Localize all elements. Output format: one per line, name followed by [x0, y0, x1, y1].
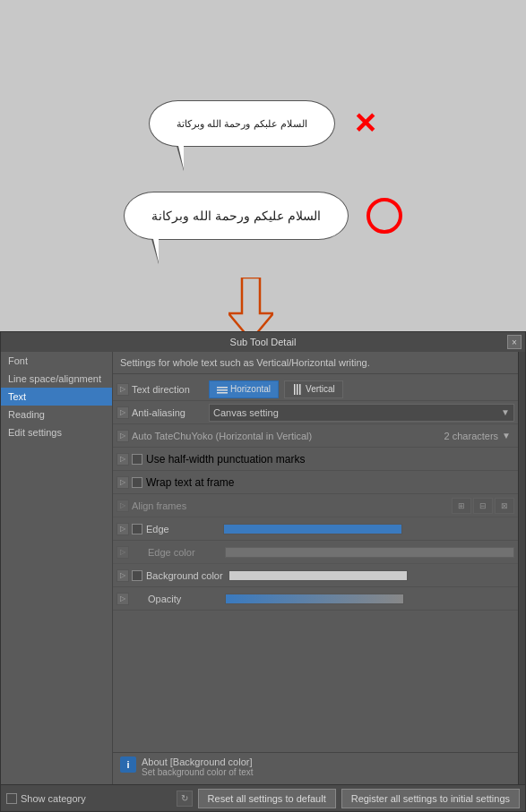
show-category-row: Show category	[6, 793, 86, 804]
content-header-text: Settings for whole text such as Vertical…	[120, 357, 370, 368]
row-align-frames: ▷ Align frames ⊞ ⊟ ⊠	[113, 494, 518, 517]
row-expand-wrap-text[interactable]: ▷	[116, 476, 129, 489]
panel-footer: Show category ↻ Reset all settings to de…	[1, 784, 525, 811]
svg-rect-2	[217, 389, 228, 391]
sidebar-item-text[interactable]: Text	[1, 388, 112, 406]
row-anti-aliasing: ▷ Anti-aliasing Canvas setting ▼	[113, 401, 518, 424]
half-width-label: Use half-width punctuation marks	[146, 453, 305, 466]
edge-color-swatch	[225, 547, 514, 558]
bg-checkbox-row	[132, 570, 142, 581]
settings-container: ▷ Text direction Horizontal	[113, 374, 518, 752]
info-section: i About [Background color] Set backgroun…	[113, 752, 518, 784]
bubble-row-1: السلام علبكم ورحمة الله وبركاتة ✕	[149, 100, 376, 147]
anti-aliasing-controls: Canvas setting ▼	[209, 404, 514, 422]
panel-close-button[interactable]: ×	[507, 335, 522, 349]
info-icon: i	[120, 756, 136, 773]
text-direction-label: Text direction	[132, 384, 203, 395]
opacity-label: Opacity	[148, 594, 220, 604]
panel-titlebar: Sub Tool Detail ×	[1, 332, 525, 352]
sidebar-item-edit-settings[interactable]: Edit settings	[1, 423, 112, 441]
wrap-text-checkbox[interactable]	[132, 477, 142, 488]
reset-button[interactable]: Reset all settings to default	[198, 789, 336, 808]
dropdown-arrow: ▼	[501, 407, 510, 417]
info-row: i About [Background color] Set backgroun…	[120, 756, 511, 777]
scrollbar[interactable]	[518, 352, 525, 784]
svg-rect-4	[294, 384, 296, 395]
wrap-text-checkbox-row: Wrap text at frame	[132, 476, 234, 489]
bubble-row-2: السلام عليكم ورحمة الله وبركانة	[124, 192, 402, 240]
row-background-color: ▷ Background color	[113, 564, 518, 587]
show-category-label: Show category	[21, 793, 86, 804]
auto-tate-dropdown-arrow: ▼	[502, 431, 511, 440]
direction-controls: Horizontal Vertical	[209, 380, 514, 398]
row-expand-half-width[interactable]: ▷	[116, 453, 129, 466]
align-btn-2[interactable]: ⊟	[473, 498, 493, 514]
edge-label: Edge	[146, 524, 218, 534]
row-opacity: ▷ Opacity	[113, 587, 518, 611]
row-half-width: ▷ Use half-width punctuation marks	[113, 448, 518, 471]
horizontal-button[interactable]: Horizontal	[209, 380, 279, 398]
sidebar-item-line-space[interactable]: Line space/alignment	[1, 370, 112, 388]
main-content: Settings for whole text such as Vertical…	[113, 352, 518, 784]
svg-rect-1	[217, 387, 228, 389]
row-expand-auto-tate[interactable]: ▷	[116, 430, 129, 442]
speech-bubble-2: السلام عليكم ورحمة الله وبركانة	[124, 192, 349, 240]
sub-tool-detail-panel: Sub Tool Detail × Font Line space/alignm…	[0, 331, 526, 812]
svg-rect-6	[299, 384, 301, 395]
edge-checkbox[interactable]	[132, 524, 142, 534]
info-title: About [Background color]	[142, 756, 254, 767]
half-width-checkbox-row: Use half-width punctuation marks	[132, 453, 305, 466]
panel-body: Font Line space/alignment Text Reading E…	[1, 352, 525, 784]
wrap-text-label: Wrap text at frame	[146, 476, 234, 489]
svg-rect-3	[217, 392, 228, 394]
bg-checkbox[interactable]	[132, 570, 142, 581]
refresh-icon[interactable]: ↻	[177, 791, 193, 807]
row-expand-anti-aliasing[interactable]: ▷	[116, 406, 129, 419]
align-btn-1[interactable]: ⊞	[452, 498, 471, 514]
edge-checkbox-row	[132, 524, 142, 534]
info-description: Set background color of text	[142, 767, 254, 777]
background-color-label: Background color	[146, 570, 223, 581]
row-expand-opacity[interactable]: ▷	[116, 593, 129, 605]
svg-rect-5	[297, 384, 298, 395]
row-expand-edge[interactable]: ▷	[116, 523, 129, 535]
speech-bubble-1: السلام علبكم ورحمة الله وبركاتة	[149, 100, 334, 147]
horizontal-icon	[217, 384, 228, 395]
bubble-1-text: السلام علبكم ورحمة الله وبركاتة	[177, 118, 306, 129]
row-expand-edge-color[interactable]: ▷	[116, 546, 129, 559]
row-edge-color: ▷ Edge color	[113, 541, 518, 564]
info-content: About [Background color] Set background …	[142, 756, 254, 777]
bg-color-bar	[229, 570, 408, 581]
align-frames-label: Align frames	[132, 500, 203, 511]
row-text-direction: ▷ Text direction Horizontal	[113, 378, 518, 401]
align-btn-3[interactable]: ⊠	[495, 498, 514, 514]
panel-title: Sub Tool Detail	[230, 337, 297, 347]
correct-icon	[366, 198, 402, 234]
row-expand-align-frames[interactable]: ▷	[116, 500, 129, 512]
sidebar-item-reading[interactable]: Reading	[1, 406, 112, 423]
vertical-icon	[292, 384, 303, 395]
sidebar: Font Line space/alignment Text Reading E…	[1, 352, 113, 784]
row-wrap-text: ▷ Wrap text at frame	[113, 471, 518, 494]
panel-content-wrapper: Settings for whole text such as Vertical…	[113, 352, 525, 784]
row-expand-text-direction[interactable]: ▷	[116, 383, 129, 396]
opacity-bar	[225, 594, 404, 604]
edge-color-label: Edge color	[148, 547, 220, 558]
align-buttons: ⊞ ⊟ ⊠	[452, 498, 514, 514]
vertical-button[interactable]: Vertical	[284, 380, 343, 398]
sidebar-item-font[interactable]: Font	[1, 352, 112, 370]
two-chars-value: 2 characters	[444, 431, 499, 441]
content-header: Settings for whole text such as Vertical…	[113, 352, 518, 374]
half-width-checkbox[interactable]	[132, 454, 142, 465]
bubble-2-text: السلام عليكم ورحمة الله وبركانة	[151, 209, 321, 223]
register-button[interactable]: Register all settings to initial setting…	[341, 789, 520, 808]
anti-aliasing-dropdown[interactable]: Canvas setting ▼	[209, 404, 514, 422]
anti-aliasing-label: Anti-aliasing	[132, 407, 203, 418]
auto-tate-label: Auto TateChuYoko (Horizontal in Vertical…	[132, 431, 312, 441]
row-expand-background-color[interactable]: ▷	[116, 569, 129, 582]
incorrect-icon: ✕	[353, 109, 377, 138]
edge-color-bar	[223, 524, 402, 534]
show-category-checkbox[interactable]	[6, 793, 17, 804]
row-edge: ▷ Edge	[113, 517, 518, 541]
row-auto-tate: ▷ Auto TateChuYoko (Horizontal in Vertic…	[113, 424, 518, 448]
